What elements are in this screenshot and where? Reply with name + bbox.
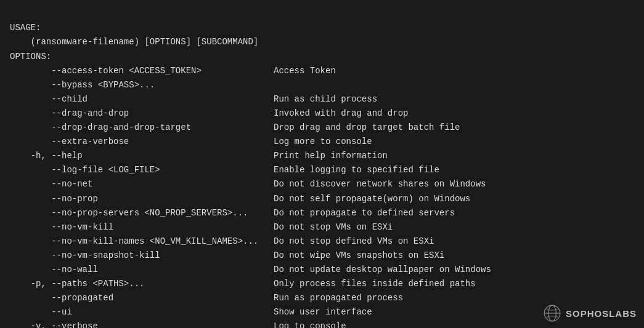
terminal-line-right: Run as propagated process (269, 291, 403, 305)
terminal-line-left: --no-vm-snapshot-kill (10, 249, 269, 263)
terminal-line: --no-vm-kill-names <NO_VM_KILL_NAMES>...… (10, 234, 634, 249)
terminal-line-left: --drag-and-drop (10, 106, 269, 121)
terminal-line-left: --no-vm-kill-names <NO_VM_KILL_NAMES>... (10, 234, 269, 249)
terminal-line: --no-vm-killDo not stop VMs on ESXi (10, 220, 634, 234)
terminal-line-left: --no-prop-servers <NO_PROP_SERVERS>... (10, 206, 269, 220)
terminal-line-right: Do not update desktop wallpaper on Windo… (269, 263, 491, 277)
terminal-line-right: Access Token (269, 64, 336, 78)
terminal-line-left: --access-token <ACCESS_TOKEN> (10, 64, 269, 78)
terminal-line: --no-prop-servers <NO_PROP_SERVERS>...Do… (10, 206, 634, 220)
terminal-line: USAGE: (10, 21, 634, 35)
terminal-line-right: Enable logging to specified file (269, 163, 439, 177)
terminal-line-left: USAGE: (10, 21, 269, 35)
terminal-line: --no-vm-snapshot-killDo not wipe VMs sna… (10, 249, 634, 263)
terminal-line-left: --extra-verbose (10, 135, 269, 149)
terminal-line: --no-propDo not self propagate(worm) on … (10, 192, 634, 206)
terminal-line: --no-netDo not discover network shares o… (10, 177, 634, 191)
terminal-line-right: Do not stop defined VMs on ESXi (269, 234, 434, 249)
terminal-line-right: Do not stop VMs on ESXi (269, 220, 393, 234)
terminal-line: --propagatedRun as propagated process (10, 291, 634, 305)
terminal-line-left: --child (10, 92, 269, 106)
terminal-line: -v, --verboseLog to console (10, 319, 634, 328)
terminal-line: --childRun as child process (10, 92, 634, 106)
terminal-line: -h, --helpPrint help information (10, 149, 634, 163)
terminal-line-left: (ransomware-filename) [OPTIONS] [SUBCOMM… (10, 35, 269, 49)
terminal-line-right: Do not propagate to defined servers (269, 206, 455, 220)
terminal-line: (ransomware-filename) [OPTIONS] [SUBCOMM… (10, 35, 634, 49)
terminal-line-left: --propagated (10, 291, 269, 305)
terminal-line-right: Drop drag and drop target batch file (269, 121, 460, 135)
terminal-line-left: --no-vm-kill (10, 220, 269, 234)
globe-icon (542, 303, 562, 323)
terminal-line-left: --drop-drag-and-drop-target (10, 121, 269, 135)
terminal-line-right: Show user interface (269, 305, 372, 319)
terminal-output: USAGE: (ransomware-filename) [OPTIONS] [… (0, 0, 644, 328)
terminal-line-left: --bypass <BYPASS>... (10, 78, 269, 92)
terminal-line-right (269, 35, 274, 49)
terminal-line-right: Print help information (269, 149, 388, 163)
terminal-line-right: Do not discover network shares on Window… (269, 177, 486, 191)
terminal-line: --drag-and-dropInvoked with drag and dro… (10, 106, 634, 121)
terminal-line: --uiShow user interface (10, 305, 634, 319)
terminal-line-left: --log-file <LOG_FILE> (10, 163, 269, 177)
terminal-line-right: Log to console (269, 319, 346, 328)
terminal-line-left: --ui (10, 305, 269, 319)
terminal-line-left: --no-wall (10, 263, 269, 277)
terminal-line-right (269, 78, 274, 92)
terminal-line-right (269, 50, 274, 64)
brand-text: SOPHOSLABS (566, 308, 637, 319)
terminal-line: --bypass <BYPASS>... (10, 78, 634, 92)
terminal-line-left: OPTIONS: (10, 50, 269, 64)
terminal-line-left: -p, --paths <PATHS>... (10, 277, 269, 291)
terminal-line: --log-file <LOG_FILE>Enable logging to s… (10, 163, 634, 177)
terminal-line: -p, --paths <PATHS>...Only process files… (10, 277, 634, 291)
terminal-line-right: Invoked with drag and drop (269, 106, 408, 121)
terminal-line: OPTIONS: (10, 50, 634, 64)
terminal-line-right (269, 21, 274, 35)
terminal-line-right: Log more to console (269, 135, 372, 149)
terminal-line-right: Do not wipe VMs snapshots on ESXi (269, 249, 444, 263)
terminal-line: --extra-verboseLog more to console (10, 135, 634, 149)
terminal-line-left: -h, --help (10, 149, 269, 163)
brand-area: SOPHOSLABS (542, 303, 637, 323)
terminal-line-right: Run as child process (269, 92, 377, 106)
terminal-line-right: Do not self propagate(worm) on Windows (269, 192, 470, 206)
terminal-line-left: -v, --verbose (10, 319, 269, 328)
terminal-line: --access-token <ACCESS_TOKEN>Access Toke… (10, 64, 634, 78)
terminal-line-left: --no-net (10, 177, 269, 191)
terminal-line-right: Only process files inside defined paths (269, 277, 476, 291)
terminal-line: --no-wallDo not update desktop wallpaper… (10, 263, 634, 277)
terminal-line-left: --no-prop (10, 192, 269, 206)
terminal-line: --drop-drag-and-drop-targetDrop drag and… (10, 121, 634, 135)
